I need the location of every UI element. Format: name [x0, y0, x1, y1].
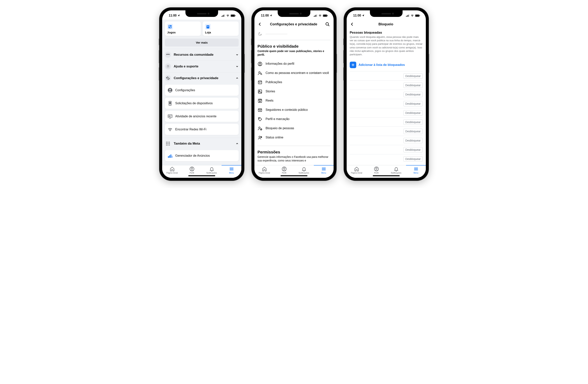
plus-icon: [351, 63, 355, 67]
back-button[interactable]: [257, 21, 263, 27]
svg-rect-83: [409, 14, 409, 17]
followers-icon: [258, 108, 262, 112]
image-icon: [258, 89, 262, 94]
tab-label: Menu: [229, 172, 234, 174]
tab-home[interactable]: Página inicial: [254, 167, 274, 174]
svg-point-69: [259, 118, 260, 119]
setting-posts[interactable]: Publicações: [257, 78, 331, 87]
unblock-button[interactable]: Desbloquear: [403, 73, 423, 79]
setting-reels[interactable]: Reels: [257, 96, 331, 105]
home-indicator[interactable]: [281, 175, 307, 176]
tab-label: Perfil: [282, 172, 286, 174]
svg-line-55: [262, 74, 262, 75]
cellular-icon: [406, 14, 409, 17]
blocked-row: Desbloquear: [350, 71, 423, 80]
settings-item-label: Atividade de anúncios recente: [175, 115, 216, 118]
unblock-button[interactable]: Desbloquear: [403, 101, 423, 106]
tab-profile[interactable]: Perfil: [366, 167, 386, 174]
blocked-row: Desbloquear: [350, 154, 423, 163]
expand-meta-label: Também da Meta: [174, 142, 233, 146]
unblock-button[interactable]: Desbloquear: [403, 147, 423, 153]
tab-notifications[interactable]: Notificações: [386, 167, 406, 174]
expand-community[interactable]: Recursos da comunidade: [162, 49, 241, 60]
setting-label: Informações do perfil: [266, 62, 331, 66]
setting-followers[interactable]: Seguidores e conteúdo público: [257, 105, 331, 115]
battery-icon: [231, 14, 236, 17]
settings-item-wifi[interactable]: Encontrar Redes Wi-Fi: [165, 124, 239, 135]
status-time: 11:00: [261, 14, 269, 17]
bell-icon: [301, 167, 307, 172]
svg-rect-80: [406, 16, 407, 17]
unblock-button[interactable]: Desbloquear: [403, 156, 423, 162]
shortcut-games[interactable]: Jogos: [165, 21, 201, 36]
location-arrow-icon: [270, 14, 272, 17]
shortcut-store[interactable]: Loja: [203, 21, 239, 36]
svg-rect-5: [231, 15, 235, 17]
ver-mais-button[interactable]: Ver mais: [165, 38, 239, 46]
home-indicator[interactable]: [188, 175, 215, 176]
shortcut-store-label: Loja: [205, 31, 236, 34]
ad-icon: [168, 114, 172, 119]
setting-stories[interactable]: Stories: [257, 87, 331, 96]
add-to-blocklist-label: Adicionar à lista de bloqueados: [358, 63, 405, 67]
expand-settings-privacy[interactable]: Configurações e privacidade: [162, 72, 241, 84]
search-button[interactable]: [324, 21, 331, 27]
setting-online-status[interactable]: Status online: [257, 133, 331, 142]
phone-frame-3: 11:00 Bloqueio Pessoas bloqueadas Quando…: [344, 8, 428, 180]
svg-rect-43: [315, 15, 315, 17]
blocked-section-description: Quando você bloqueia alguém, essa pessoa…: [350, 35, 423, 56]
setting-label: Publicações: [266, 80, 331, 84]
svg-rect-17: [169, 102, 171, 104]
blocked-row: Desbloquear: [350, 117, 423, 127]
games-icon: [168, 25, 172, 29]
unblock-button[interactable]: Desbloquear: [403, 92, 423, 97]
settings-item-ad-activity[interactable]: Atividade de anúncios recente: [165, 111, 239, 122]
setting-profile-info[interactable]: Informações do perfil: [257, 59, 331, 69]
svg-rect-11: [171, 26, 171, 28]
settings-item-label: Configurações: [175, 89, 195, 92]
setting-blocking[interactable]: Bloqueio de pessoas: [257, 124, 331, 133]
home-indicator[interactable]: [373, 175, 400, 176]
tab-home[interactable]: Página inicial: [347, 167, 366, 174]
tab-menu[interactable]: Menu: [314, 167, 334, 174]
svg-rect-33: [168, 156, 169, 158]
device-icon: [168, 101, 172, 106]
unblock-button[interactable]: Desbloquear: [403, 83, 423, 88]
settings-item-settings[interactable]: Configurações: [165, 85, 239, 96]
section-title-permissions: Permissões: [257, 150, 331, 154]
tab-profile[interactable]: Perfil: [182, 167, 202, 174]
tab-label: Notificações: [299, 172, 309, 174]
svg-point-30: [166, 145, 167, 146]
svg-point-18: [170, 104, 170, 105]
add-to-blocklist[interactable]: Adicionar à lista de bloqueados: [350, 60, 423, 71]
setting-label: Bloqueio de pessoas: [266, 126, 331, 130]
setting-label: Reels: [266, 99, 331, 103]
menu-icon: [229, 167, 234, 172]
tab-menu[interactable]: Menu: [222, 167, 241, 174]
svg-point-52: [259, 63, 261, 64]
svg-rect-85: [416, 15, 419, 17]
unblock-button[interactable]: Desbloquear: [403, 129, 423, 134]
svg-rect-42: [314, 16, 314, 17]
unblock-button[interactable]: Desbloquear: [403, 138, 423, 143]
expand-also-meta[interactable]: Também da Meta: [162, 138, 241, 149]
tab-label: Perfil: [374, 172, 378, 174]
tab-menu[interactable]: Menu: [406, 167, 426, 174]
svg-point-73: [259, 136, 260, 138]
unblock-button[interactable]: Desbloquear: [403, 119, 423, 125]
back-button[interactable]: [349, 21, 355, 27]
tab-notifications[interactable]: Notificações: [202, 167, 222, 174]
settings-item-device-requests[interactable]: Solicitações de dispositivos: [165, 98, 239, 109]
tab-notifications[interactable]: Notificações: [294, 167, 314, 174]
setting-tagging[interactable]: Perfil e marcação: [257, 115, 331, 124]
tab-profile[interactable]: Perfil: [274, 167, 294, 174]
unblock-button[interactable]: Desbloquear: [403, 110, 423, 115]
phone-frame-2: 11:00 Configurações e privacidade: [252, 8, 336, 180]
tab-home[interactable]: Página inicial: [162, 167, 182, 174]
grid-icon: [166, 141, 170, 146]
setting-dark-mode[interactable]: ──────────: [257, 30, 331, 38]
expand-help[interactable]: ? Ajuda e suporte: [162, 60, 241, 72]
meta-item-ads-manager[interactable]: Gerenciador de Anúncios: [165, 150, 239, 161]
blocked-row: Desbloquear: [350, 90, 423, 99]
setting-find-contact[interactable]: Como as pessoas encontram e contatam voc…: [257, 69, 331, 78]
